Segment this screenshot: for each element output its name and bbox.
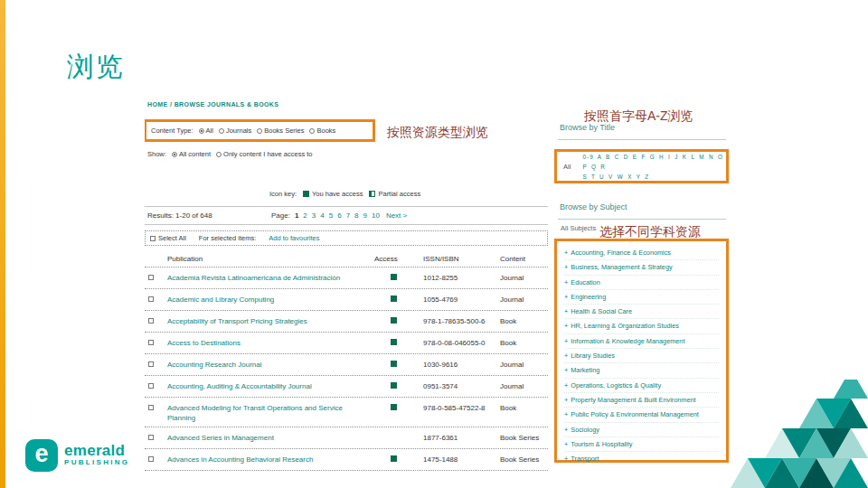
publication-link[interactable]: Accounting Research Journal [165, 360, 369, 370]
emerald-publishing-logo: e emerald PUBLISHING [25, 439, 129, 472]
partial-access-icon [369, 191, 375, 197]
annotation-browse-by-type: 按照资源类型浏览 [387, 125, 488, 141]
access-icon [391, 317, 397, 324]
row-checkbox[interactable] [148, 340, 154, 345]
next-page-link[interactable]: Next > [386, 211, 407, 220]
show-radio-only-access[interactable]: Only content I have access to [212, 150, 312, 158]
subject-item[interactable]: +Accounting, Finance & Economics [564, 246, 719, 260]
row-checkbox[interactable] [148, 456, 154, 462]
issn-cell: 1475-1488 [409, 455, 486, 465]
page-number-1[interactable]: 1 [295, 211, 298, 220]
publication-link[interactable]: Academia Revista Latinoamericana de Admi… [165, 273, 369, 283]
row-checkbox[interactable] [148, 435, 154, 440]
select-all-control[interactable]: Select All [150, 234, 186, 242]
subject-item[interactable]: +Property Management & Built Environment [564, 393, 719, 408]
browse-page-screenshot: HOME / BROWSE JOURNALS & BOOKS Content T… [145, 98, 548, 488]
table-row: Academia Revista Latinoamericana de Admi… [145, 267, 548, 289]
page-number-8[interactable]: 8 [354, 211, 358, 220]
subject-item[interactable]: +Transport [564, 452, 719, 465]
subject-item[interactable]: +Education [564, 276, 719, 290]
az-letters-row2[interactable]: S T U V W X Y Z [582, 172, 726, 182]
add-to-favourites-link[interactable]: Add to favourites [269, 234, 319, 242]
publication-link[interactable]: Academic and Library Computing [165, 295, 369, 305]
publication-link[interactable]: Advanced Modeling for Transit Operations… [165, 403, 369, 423]
subject-item[interactable]: +HR, Learning & Organization Studies [564, 319, 719, 333]
icon-key: Icon key: You have access Partial access [269, 190, 420, 198]
subject-item[interactable]: +Tourism & Hospitality [564, 437, 719, 452]
content-type-cell: Journal [486, 295, 548, 305]
page-number-6[interactable]: 6 [337, 211, 341, 220]
row-checkbox[interactable] [148, 383, 154, 389]
expand-plus-icon[interactable]: + [564, 352, 568, 360]
subject-item[interactable]: +Library Studies [564, 349, 719, 363]
content-type-radio-books-series[interactable]: Books Series [257, 127, 304, 135]
subject-item[interactable]: +Business, Management & Strategy [564, 260, 719, 275]
publication-link[interactable]: Acceptability of Transport Pricing Strat… [165, 316, 369, 326]
expand-plus-icon[interactable]: + [564, 366, 568, 374]
subject-item[interactable]: +Information & Knowledge Management [564, 334, 719, 349]
access-icon [391, 361, 397, 367]
expand-plus-icon[interactable]: + [564, 396, 568, 404]
breadcrumb[interactable]: HOME / BROWSE JOURNALS & BOOKS [147, 101, 278, 108]
subject-item[interactable]: +Operations, Logistics & Quality [564, 379, 719, 393]
row-checkbox[interactable] [148, 405, 154, 410]
page-number-9[interactable]: 9 [363, 211, 367, 220]
issn-cell: 978-0-08-046055-0 [409, 338, 486, 348]
expand-plus-icon[interactable]: + [564, 337, 568, 345]
subject-item[interactable]: +Engineering [564, 290, 719, 305]
content-type-radio-journals[interactable]: Journals [219, 127, 251, 135]
content-type-radio-books[interactable]: Books [309, 127, 335, 135]
issn-cell: 1877-6361 [409, 433, 486, 443]
selection-bar: Select All For selected items: Add to fa… [145, 230, 548, 246]
subject-item[interactable]: +Marketing [564, 363, 719, 378]
issn-cell: 1055-4769 [409, 295, 486, 305]
show-radio-all-content[interactable]: All content [168, 150, 211, 158]
page-number-10[interactable]: 10 [372, 211, 380, 220]
content-type-cell: Journal [486, 273, 548, 283]
expand-plus-icon[interactable]: + [564, 249, 568, 257]
subject-item[interactable]: +Sociology [564, 423, 719, 437]
expand-plus-icon[interactable]: + [564, 322, 568, 330]
select-all-checkbox[interactable] [150, 236, 156, 241]
row-checkbox[interactable] [148, 318, 154, 324]
page-number-2[interactable]: 2 [303, 211, 307, 220]
row-checkbox[interactable] [148, 296, 154, 302]
all-subjects-link[interactable]: All Subjects [561, 224, 596, 232]
page-number-3[interactable]: 3 [312, 211, 316, 220]
show-label: Show: [147, 150, 166, 158]
az-all-link[interactable]: All [557, 163, 582, 171]
publication-link[interactable]: Advanced Series in Management [165, 433, 369, 443]
expand-plus-icon[interactable]: + [564, 426, 568, 434]
expand-plus-icon[interactable]: + [564, 307, 568, 315]
expand-plus-icon[interactable]: + [564, 381, 568, 389]
table-row: Advanced Modeling for Transit Operations… [145, 398, 548, 427]
header-issn: ISSN/ISBN [409, 255, 486, 263]
icon-key-full-access: You have access [303, 190, 363, 198]
expand-plus-icon[interactable]: + [564, 440, 568, 448]
annotation-choose-subject: 选择不同学科资源 [599, 224, 701, 240]
results-count: Results: 1-20 of 648 [147, 211, 212, 220]
page-number-5[interactable]: 5 [329, 211, 333, 220]
expand-plus-icon[interactable]: + [564, 293, 568, 301]
table-row: Access to Destinations 978-0-08-046055-0… [145, 333, 548, 354]
radio-selected-icon [199, 128, 204, 134]
icon-key-label: Icon key: [269, 190, 297, 198]
content-type-radio-all[interactable]: All [199, 127, 213, 135]
access-icon [391, 339, 397, 345]
expand-plus-icon[interactable]: + [564, 278, 568, 286]
subject-item[interactable]: +Health & Social Care [564, 305, 719, 319]
row-checkbox[interactable] [148, 361, 154, 367]
publication-link[interactable]: Advances in Accounting Behavioral Resear… [165, 455, 369, 465]
radio-icon [309, 128, 315, 134]
az-letter-links[interactable]: 0-9 A B C D E F G H I J K L M N O P Q R … [582, 152, 726, 182]
subject-item[interactable]: +Public Policy & Environmental Managemen… [564, 408, 719, 422]
az-letters-row1[interactable]: 0-9 A B C D E F G H I J K L M N O P Q R [582, 152, 726, 172]
publication-link[interactable]: Accounting, Auditing & Accountability Jo… [165, 381, 369, 391]
expand-plus-icon[interactable]: + [564, 263, 568, 271]
row-checkbox[interactable] [148, 275, 154, 280]
expand-plus-icon[interactable]: + [564, 410, 568, 418]
page-number-4[interactable]: 4 [320, 211, 324, 220]
expand-plus-icon[interactable]: + [564, 455, 568, 463]
publication-link[interactable]: Access to Destinations [165, 338, 369, 348]
page-number-7[interactable]: 7 [346, 211, 350, 220]
